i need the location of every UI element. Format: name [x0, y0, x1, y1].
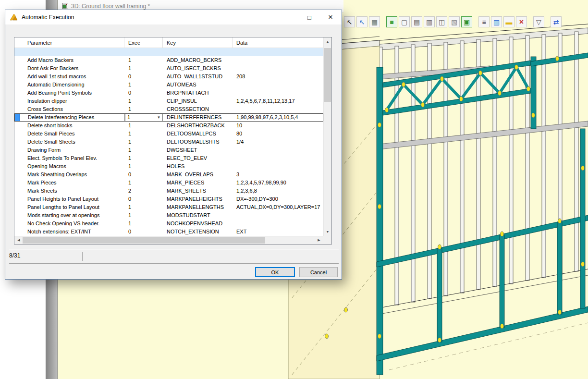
- cell: [233, 89, 323, 97]
- table-row[interactable]: Elect. Symbols To Panel Elev.1ELEC_TO_EL…: [14, 154, 323, 162]
- cell: NOCHKOPENVSHEAD: [163, 220, 233, 228]
- shaded-model-icon[interactable]: ■: [386, 16, 397, 27]
- column-header-parameter[interactable]: Parameter: [14, 37, 124, 48]
- table-row[interactable]: Notch extensions: EXT/INT0NOTCH_EXTENSIO…: [14, 228, 323, 236]
- delete-red-icon[interactable]: ×: [516, 16, 527, 27]
- cell: HOLES: [163, 162, 233, 171]
- cell: Cross Sections: [20, 105, 124, 113]
- cell: [14, 228, 20, 236]
- cell: ACTUAL,DX=0,DY=300,LAYER=17: [233, 203, 323, 211]
- cell: Delete Small Sheets: [20, 138, 124, 146]
- wireframe-model-icon[interactable]: ▢: [399, 16, 410, 27]
- cell: Delete Interferencing Pieces: [20, 113, 124, 122]
- table-row[interactable]: Drawing Form1DWGSHEET: [14, 146, 323, 154]
- filter-icon[interactable]: ▽: [533, 16, 544, 27]
- panel-layout-icon[interactable]: ▥: [491, 16, 502, 27]
- table-header: Parameter Exec Key Data: [14, 37, 323, 48]
- cell: Delete Small Pieces: [20, 130, 124, 138]
- table-row[interactable]: Delete Interferencing Pieces1▾DELINTERFE…: [14, 113, 323, 122]
- cell: 3: [233, 171, 323, 179]
- table-row[interactable]: Delete Small Sheets1DELTOOSMALLSHTS1/4: [14, 138, 323, 146]
- highlight-model-icon[interactable]: ▣: [461, 16, 472, 27]
- cell: 1: [124, 154, 163, 162]
- horizontal-scrollbar[interactable]: ◀ ▶: [14, 236, 323, 244]
- dialog-titlebar[interactable]: Automatic Execution □ ×: [5, 10, 342, 24]
- table-row[interactable]: Panel Heights to Panel Layout0MARKPANELH…: [14, 195, 323, 203]
- cell: [14, 130, 20, 138]
- table-row[interactable]: Add Bearing Point Symbols0BRGPNTATTACH: [14, 89, 323, 97]
- parameter-table: Parameter Exec Key Data Add Macro Backer…: [14, 37, 332, 245]
- maximize-button-icon[interactable]: □: [299, 10, 320, 24]
- ok-button[interactable]: OK: [255, 267, 295, 277]
- cell: AUTO_ISECT_BCKRS: [163, 64, 233, 73]
- table-row[interactable]: Delete Small Pieces1DELTOOSMALLPCS80: [14, 130, 323, 138]
- table-row[interactable]: Add Macro Backers1ADD_MACRO_BCKRS: [14, 56, 323, 64]
- vertical-scrollbar[interactable]: ▲ ▼: [323, 37, 331, 236]
- cell: Panel Lengths to Panel Layout: [20, 203, 124, 211]
- table-row[interactable]: Dont Ask For Backers1AUTO_ISECT_BCKRS: [14, 64, 323, 73]
- cell: Notch extensions: EXT/INT: [20, 228, 124, 236]
- exec-combobox[interactable]: 1▾: [125, 113, 163, 122]
- horizontal-scroll-thumb[interactable]: [23, 237, 265, 244]
- automatic-execution-dialog: Automatic Execution □ × Parameter Exec K…: [5, 10, 342, 280]
- cell: Add Macro Backers: [20, 56, 124, 64]
- solid-view-icon[interactable]: ▧: [449, 16, 460, 27]
- table-row[interactable]: Cross Sections1CROSSSECTION: [14, 105, 323, 113]
- table-row-empty[interactable]: [14, 48, 323, 56]
- scroll-down-icon[interactable]: ▼: [324, 228, 331, 235]
- cell: EXT: [233, 228, 323, 236]
- swap-view-icon[interactable]: ⇄: [551, 16, 562, 27]
- cell: 1: [124, 81, 163, 89]
- cell: Automatic Dimensioning: [20, 81, 124, 89]
- table-row[interactable]: Mark Sheathing Overlaps0MARK_OVERLAPS3: [14, 171, 323, 179]
- scroll-left-icon[interactable]: ◀: [15, 236, 23, 244]
- row-count-status: 8/31: [9, 252, 20, 259]
- cell: Add Bearing Point Symbols: [20, 89, 124, 97]
- table-row[interactable]: Panel Lengths to Panel Layout1MARKPANELL…: [14, 203, 323, 211]
- hidden-line-icon[interactable]: ▤: [411, 16, 422, 27]
- cell: DWGSHEET: [163, 146, 233, 154]
- close-button-icon[interactable]: ×: [320, 10, 341, 24]
- vertical-scroll-thumb[interactable]: [324, 48, 331, 102]
- table-row[interactable]: Delete short blocks1DELSHORTHORZBACK10: [14, 122, 323, 130]
- cell: [14, 146, 20, 154]
- table-row[interactable]: Mark Sheets2MARK_SHEETS1,2,3,6,8: [14, 187, 323, 195]
- box-view-icon[interactable]: ◫: [436, 16, 447, 27]
- table-row[interactable]: Mods starting over at openings1MODSTUDST…: [14, 211, 323, 220]
- cell: Insulation clipper: [20, 97, 124, 105]
- table-row[interactable]: Automatic Dimensioning1AUTOMEAS: [14, 81, 323, 89]
- cell: 1: [124, 122, 163, 130]
- table-row[interactable]: Add wall 1st stud macros0AUTO_WALL1STSTU…: [14, 73, 323, 81]
- area-select-icon[interactable]: ▦: [369, 16, 380, 27]
- cell: [233, 211, 323, 220]
- cancel-button[interactable]: Cancel: [299, 267, 338, 277]
- cell: BRGPNTATTACH: [163, 89, 233, 97]
- cell: ADD_MACRO_BCKRS: [163, 56, 233, 64]
- cell: 10: [233, 122, 323, 130]
- scroll-right-icon[interactable]: ▶: [315, 236, 323, 244]
- cell: 1,2,3,4,5,97,98,99,90: [233, 179, 323, 187]
- model-tab-icon: [62, 3, 68, 9]
- combo-chevron-icon[interactable]: ▾: [155, 114, 162, 121]
- cell: Mods starting over at openings: [20, 211, 124, 220]
- part-list-icon[interactable]: ≡: [478, 16, 490, 27]
- select-cursor-icon[interactable]: ↖: [344, 16, 355, 27]
- scroll-up-icon[interactable]: ▲: [324, 38, 331, 45]
- eraser-icon[interactable]: ▬: [503, 16, 514, 27]
- column-header-data[interactable]: Data: [233, 37, 323, 48]
- table-row[interactable]: No Check Opening VS header.1NOCHKOPENVSH…: [14, 220, 323, 228]
- quick-select-cursor-icon[interactable]: ↖: [356, 16, 368, 27]
- table-row[interactable]: Insulation clipper1CLIP_INSUL1,2,4,5,6,7…: [14, 97, 323, 105]
- table-row[interactable]: Opening Macros1HOLES: [14, 162, 323, 171]
- column-header-key[interactable]: Key: [163, 37, 233, 48]
- cell: 0: [124, 89, 163, 97]
- column-header-exec[interactable]: Exec: [124, 37, 163, 48]
- cell: [233, 64, 323, 73]
- cell: 1: [124, 203, 163, 211]
- table-row[interactable]: Mark Pieces1MARK_PIECES1,2,3,4,5,97,98,9…: [14, 179, 323, 187]
- cell: 0: [124, 228, 163, 236]
- panel-view-icon[interactable]: ▥: [424, 16, 435, 27]
- cell: CROSSSECTION: [163, 105, 233, 113]
- cell: MARK_PIECES: [163, 179, 233, 187]
- cell: [14, 187, 20, 195]
